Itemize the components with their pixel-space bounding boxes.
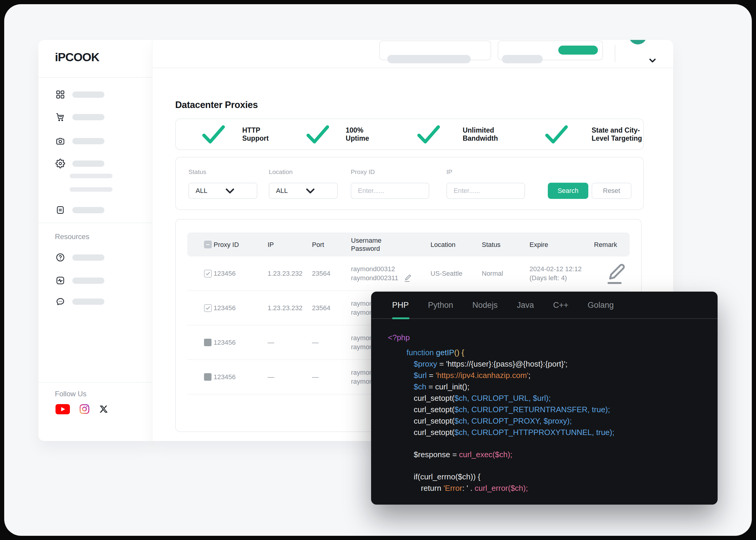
- sidebar-item-dashboard[interactable]: [56, 89, 104, 100]
- chevron-down-icon[interactable]: [647, 54, 659, 66]
- code-token: getIP: [436, 348, 454, 357]
- code-token: <?php: [388, 333, 410, 342]
- proxy-id-field[interactable]: [357, 187, 420, 195]
- column-header: Location: [431, 241, 482, 249]
- code-token: curl_setopt(: [414, 405, 454, 414]
- credentials-text: raymond00312 raymond002311: [351, 265, 398, 283]
- feature-label: 100% Uptime: [346, 126, 372, 143]
- filter-input-ip[interactable]: [446, 183, 525, 199]
- cell-proxy-id: 123456: [213, 373, 268, 381]
- check-icon: [204, 270, 211, 277]
- code-token: =: [437, 359, 446, 369]
- feature-item: Unlimited Bandwidth: [399, 119, 502, 149]
- tab-nodejs[interactable]: Nodejs: [472, 301, 498, 310]
- sidebar-item-purchase[interactable]: [56, 112, 104, 122]
- tab-c[interactable]: C++: [553, 301, 568, 310]
- skeleton-label: [72, 91, 104, 98]
- filter-card: Search Reset StatusALLLocationALLProxy I…: [175, 157, 644, 210]
- filter-label-location: Location: [269, 168, 293, 176]
- youtube-icon[interactable]: [56, 404, 70, 414]
- table-header: Proxy IDIPPortUsername PasswordLocationS…: [187, 232, 630, 256]
- filter-label-ip: IP: [446, 168, 452, 176]
- edit-pencil-icon[interactable]: [604, 261, 630, 286]
- code-line: curl_setopt($ch, CURLOPT_URL, $url);: [388, 392, 708, 404]
- filter-label-proxy-id: Proxy ID: [351, 168, 375, 176]
- sidebar: iPCOOK Resources: [39, 40, 152, 441]
- cell-proxy-id: 123456: [213, 339, 268, 346]
- camera-icon: [56, 136, 65, 146]
- filter-select-location[interactable]: ALL: [269, 183, 338, 199]
- filter-label-status: Status: [189, 168, 206, 176]
- filter-select-status[interactable]: ALL: [189, 183, 257, 199]
- document-icon: [56, 205, 65, 215]
- cell-expire: 2024-02-12 12:12 (Days left: 4): [530, 265, 594, 283]
- follow-us-label: Follow Us: [55, 390, 86, 398]
- search-button[interactable]: Search: [548, 183, 588, 199]
- resources-section-label: Resources: [55, 232, 89, 241]
- divider: [371, 318, 717, 319]
- chevron-down-icon: [288, 183, 333, 198]
- sidebar-subitem[interactable]: [69, 187, 112, 192]
- column-header: Proxy ID: [213, 241, 268, 249]
- code-language-tabs: PHPPythonNodejsJavaC++Golang: [371, 292, 717, 319]
- code-token: $ch, CURLOPT_URL, $url);: [454, 394, 551, 403]
- sidebar-item-support[interactable]: [56, 296, 104, 307]
- table-row: 1234561.23.23.23223564raymond00312 raymo…: [187, 256, 630, 291]
- feature-label: HTTP Support: [242, 126, 270, 143]
- edit-pencil-icon[interactable]: [404, 274, 413, 283]
- code-token: if(curl_errno($ch)) {: [414, 472, 481, 481]
- check-icon: [526, 119, 587, 149]
- sidebar-item-status[interactable]: [56, 275, 104, 286]
- code-token: $proxy: [414, 359, 437, 369]
- cart-icon: [56, 112, 65, 122]
- sidebar-item-help[interactable]: [56, 252, 104, 263]
- column-header: IP: [268, 241, 312, 249]
- app-canvas: iPCOOK Resources: [4, 4, 752, 536]
- feature-item: HTTP Support: [189, 119, 270, 149]
- sidebar-item-proxies[interactable]: [56, 136, 104, 146]
- active-tab-indicator: [392, 318, 410, 319]
- help-circle-icon: [56, 253, 65, 262]
- chat-icon: [56, 297, 65, 306]
- reset-button[interactable]: Reset: [591, 183, 632, 199]
- feature-label: Unlimited Bandwidth: [462, 126, 502, 143]
- code-line: $response = curl_exec($ch);: [388, 449, 708, 460]
- chevron-down-icon: [207, 183, 253, 198]
- code-sample-panel: PHPPythonNodejsJavaC++Golang <?phpfuncti…: [371, 292, 717, 505]
- cell-credentials: raymond00312 raymond002311: [351, 265, 431, 283]
- check-icon: [204, 305, 211, 312]
- features-card: HTTP Support100% UptimeUnlimited Bandwid…: [175, 118, 644, 150]
- code-token: curl_error($ch);: [475, 483, 528, 493]
- instagram-icon[interactable]: [79, 403, 90, 415]
- code-line: $ch = curl_init();: [388, 381, 708, 392]
- tab-java[interactable]: Java: [517, 301, 534, 310]
- tab-php[interactable]: PHP: [392, 301, 409, 310]
- divider: [39, 382, 152, 382]
- divider: [615, 45, 615, 62]
- select-all-checkbox[interactable]: [204, 241, 212, 248]
- avatar[interactable]: [629, 40, 647, 45]
- code-token: curl_setopt(: [414, 416, 454, 426]
- divider: [39, 77, 152, 78]
- ip-field[interactable]: [453, 187, 516, 195]
- filter-input-proxy-id[interactable]: [351, 183, 429, 199]
- code-token: function: [407, 348, 436, 357]
- row-checkbox-checked[interactable]: [204, 304, 212, 312]
- tab-golang[interactable]: Golang: [588, 301, 614, 310]
- sidebar-item-settings[interactable]: [56, 158, 104, 169]
- column-header: Remark: [594, 241, 630, 249]
- code-token: $ch, CURLOPT_PROXY, $proxy);: [454, 416, 572, 426]
- check-icon: [189, 119, 238, 149]
- row-checkbox-checked[interactable]: [204, 270, 212, 278]
- row-checkbox-solid[interactable]: [204, 373, 211, 381]
- sidebar-item-orders[interactable]: [56, 204, 104, 215]
- tab-python[interactable]: Python: [428, 301, 453, 310]
- code-blank-line: [388, 438, 708, 449]
- topbar-accent-pill[interactable]: [558, 46, 598, 55]
- row-checkbox-solid[interactable]: [204, 339, 211, 346]
- x-icon[interactable]: [99, 404, 108, 414]
- sidebar-subitem[interactable]: [69, 174, 112, 178]
- skeleton-label: [72, 299, 104, 305]
- code-line: $proxy = 'https://{user}:{pass}@{host}:{…: [388, 358, 708, 370]
- code-token: $url: [414, 371, 427, 380]
